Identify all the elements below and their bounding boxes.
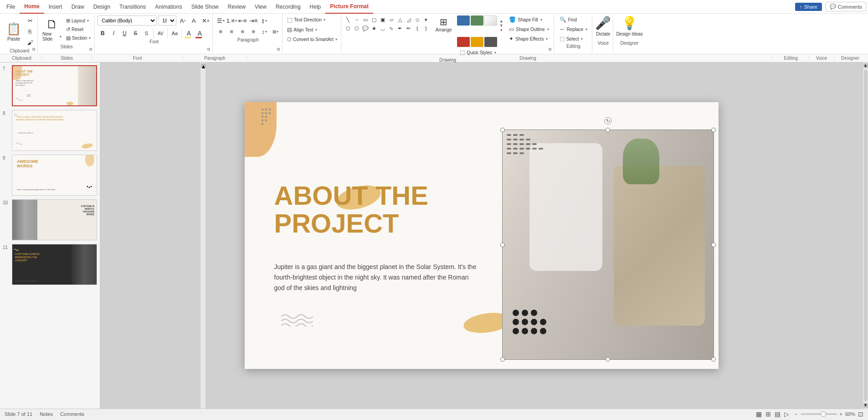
slide-thumb-7[interactable]: 7 ABOUT THEPROJECT Jupiter is a gas gian… <box>2 64 98 107</box>
cut-button[interactable]: ✂ <box>25 16 36 26</box>
slide-sorter-button[interactable]: ⊞ <box>765 410 771 418</box>
shape-callout[interactable]: 💬 <box>361 24 370 32</box>
decrease-indent-button[interactable]: ⇤≡ <box>237 16 247 26</box>
shape-scribble[interactable]: ✏ <box>405 24 413 32</box>
drawing-expander[interactable]: ⧉ <box>547 47 553 52</box>
italic-button[interactable]: I <box>108 28 118 38</box>
format-painter-button[interactable]: 🖌 <box>25 37 36 47</box>
comments-button[interactable]: 💬 Comments <box>826 2 866 11</box>
shape-line[interactable]: ╲ <box>344 16 352 24</box>
shape-arc[interactable]: ◡ <box>379 24 387 32</box>
normal-view-button[interactable]: ▦ <box>756 410 762 418</box>
align-left-button[interactable]: ≡ <box>216 26 226 36</box>
slideshow-button[interactable]: ▷ <box>784 410 789 418</box>
shape-rtriangle[interactable]: ◿ <box>405 16 413 24</box>
shape-rounded-rect[interactable]: ▣ <box>379 16 387 24</box>
align-text-button[interactable]: ⊟ Align Text ▾ <box>285 26 339 34</box>
fit-slide-button[interactable]: ⊡ <box>858 410 863 418</box>
char-spacing-button[interactable]: AV <box>155 28 165 38</box>
shape-arrow[interactable]: → <box>353 16 361 24</box>
font-size-select[interactable]: 18 <box>158 16 176 26</box>
text-direction-button[interactable]: ⬚ Text Direction ▾ <box>285 16 339 24</box>
line-spacing-button[interactable]: ↕▾ <box>259 26 269 36</box>
scroll-bottom-button[interactable]: ▼ <box>863 403 868 408</box>
scroll-up-button[interactable]: ▲ <box>201 63 205 68</box>
font-expander[interactable]: ⧉ <box>206 47 211 52</box>
quick-styles-scroll[interactable]: ▲ ▼ ▾ <box>498 16 504 36</box>
reading-view-button[interactable]: ▤ <box>775 410 781 418</box>
justify-button[interactable]: ≡ <box>248 26 258 36</box>
zoom-slider[interactable] <box>801 413 837 415</box>
strikethrough-button[interactable]: S <box>130 28 140 38</box>
font-family-select[interactable]: Calibri (Body) <box>98 16 157 26</box>
underline-button[interactable]: U <box>119 28 129 38</box>
qs-red[interactable] <box>457 37 470 47</box>
section-button[interactable]: ▤ Section ▾ <box>64 34 92 42</box>
para-settings-button[interactable]: ⊞▾ <box>270 26 280 36</box>
shape-triangle[interactable]: △ <box>396 16 404 24</box>
tab-help[interactable]: Help <box>305 0 326 14</box>
copy-button[interactable]: ⎘ <box>25 26 36 36</box>
tab-draw[interactable]: Draw <box>67 0 89 14</box>
shape-star[interactable]: ★ <box>370 24 378 32</box>
decrease-font-button[interactable]: A- <box>189 16 199 26</box>
shape-diamond[interactable]: ◇ <box>413 16 421 24</box>
qs-orange[interactable] <box>471 37 483 47</box>
shape-outline-button[interactable]: ▭ Shape Outline ▾ <box>506 25 551 33</box>
shape-pentagon[interactable]: ⬠ <box>344 24 352 32</box>
rotate-handle[interactable]: ↻ <box>604 117 611 124</box>
shape-curve[interactable]: ∿ <box>387 24 395 32</box>
font-case-button[interactable]: Aa <box>169 28 180 38</box>
comments-status-button[interactable]: Comments <box>60 411 84 417</box>
columns-button[interactable]: ⫿▾ <box>259 16 269 26</box>
shape-parallelogram[interactable]: ▱ <box>387 16 395 24</box>
tab-review[interactable]: Review <box>223 0 250 14</box>
slide-thumb-8[interactable]: 8 "This is a quote, words full of wisdom… <box>2 109 98 152</box>
increase-indent-button[interactable]: ⇥≡ <box>248 16 258 26</box>
tab-animations[interactable]: Animations <box>150 0 186 14</box>
slide-thumb-9[interactable]: 9 AWESOMEWORDS Jupiter is a gas giant an… <box>2 154 98 197</box>
replace-button[interactable]: ↔ Replace ▾ <box>557 25 591 33</box>
layout-button[interactable]: ⊞ Layout ▾ <box>64 17 92 25</box>
quick-styles-button[interactable]: ⬚ Quick Styles ▾ <box>457 48 504 57</box>
tab-file[interactable]: File <box>2 0 20 14</box>
paragraph-expander[interactable]: ⧉ <box>276 47 281 52</box>
shape-freeform[interactable]: ✒ <box>396 24 404 32</box>
numbering-button[interactable]: 1.≡▾ <box>226 16 236 26</box>
shadow-button[interactable]: S <box>141 28 151 38</box>
new-slide-button[interactable]: 🗋 New Slide ▾ <box>41 16 63 43</box>
align-center-button[interactable]: ≡ <box>226 26 236 36</box>
clipboard-expander[interactable]: ⧉ <box>31 47 36 52</box>
bullets-button[interactable]: ☰▾ <box>216 16 226 26</box>
align-right-button[interactable]: ≡ <box>237 26 247 36</box>
shape-more[interactable]: ▾ <box>422 16 430 24</box>
shape-fill-button[interactable]: 🪣 Shape Fill ▾ <box>506 16 551 24</box>
find-button[interactable]: 🔍 Find <box>557 16 591 24</box>
clear-format-button[interactable]: ✕A <box>200 16 211 26</box>
slide-thumb-11[interactable]: 11 A PICTURE ALWAYSREINFORCES THECONCEPT… <box>2 243 98 286</box>
tab-transitions[interactable]: Transitions <box>115 0 150 14</box>
slides-expander[interactable]: ⧉ <box>88 47 93 52</box>
qs-white[interactable] <box>484 16 497 26</box>
shape-effects-button[interactable]: ✦ Shape Effects ▾ <box>506 35 551 43</box>
shape-rect2[interactable]: ▢ <box>370 16 378 24</box>
tab-home[interactable]: Home <box>20 0 44 14</box>
qs-dark[interactable] <box>484 37 497 47</box>
arrange-button[interactable]: ⊞ Arrange <box>432 16 456 33</box>
tab-slideshow[interactable]: Slide Show <box>187 0 223 14</box>
bold-button[interactable]: B <box>98 28 108 38</box>
tab-view[interactable]: View <box>250 0 271 14</box>
shape-brace-close[interactable]: } <box>422 24 430 32</box>
zoom-thumb[interactable] <box>821 411 826 417</box>
shape-brace-open[interactable]: { <box>413 24 421 32</box>
zoom-in-button[interactable]: + <box>840 411 842 417</box>
zoom-out-button[interactable]: − <box>795 411 797 417</box>
shape-hexagon[interactable]: ⬡ <box>353 24 361 32</box>
paste-button[interactable]: 📋 Paste <box>4 16 24 47</box>
notes-button[interactable]: Notes <box>40 411 53 417</box>
increase-font-button[interactable]: A+ <box>178 16 188 26</box>
reset-button[interactable]: ↺ Reset <box>64 26 92 33</box>
share-button[interactable]: ↑ Share <box>795 3 822 11</box>
select-button[interactable]: ⬚ Select ▾ <box>557 35 591 43</box>
slide-thumb-10[interactable]: 10 A PICTURE ISWORTH ATHOUSANDWORDS <box>2 198 98 241</box>
